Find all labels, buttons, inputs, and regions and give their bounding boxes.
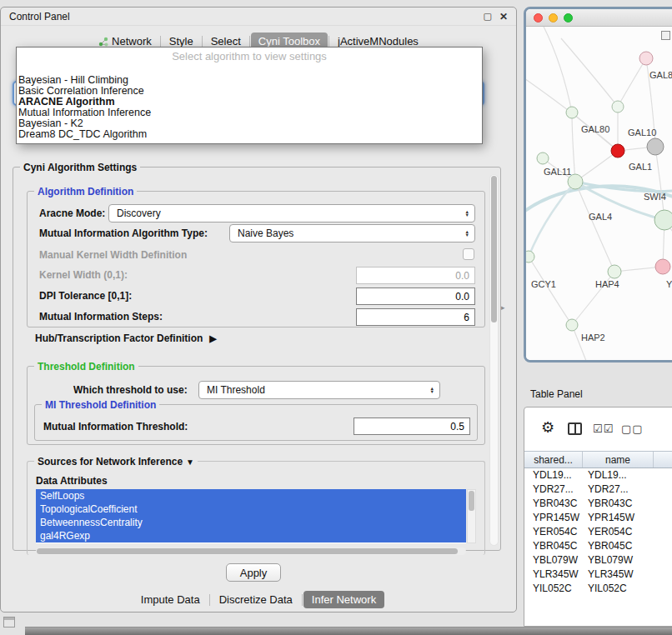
network-edge[interactable] [575,182,614,272]
mi-steps-input[interactable] [356,308,475,326]
network-node[interactable] [566,107,578,118]
network-edge[interactable] [561,38,618,107]
mi-threshold-input[interactable] [354,418,470,435]
mac-minimize-button[interactable] [549,13,558,22]
tab-discretize-data[interactable]: Discretize Data [211,591,301,608]
aracne-mode-value: Discovery [109,208,465,219]
cell: YBL079W [524,553,583,568]
tab-divider [302,594,303,606]
algorithm-dropdown-popup: Select algorithm to view settings Bayesi… [16,47,483,144]
close-window-icon[interactable]: ✕ [499,11,508,22]
column-header-name[interactable]: name [583,452,654,468]
tab-divider [202,36,203,48]
network-edge[interactable] [541,27,572,112]
data-attributes-label: Data Attributes [36,475,108,487]
hub-definition-expander[interactable]: Hub/Transcription Factor Definition ▶ [35,332,217,344]
tab-cyni-toolbox-label: Cyni Toolbox [258,35,320,48]
deselect-all-rows-icon[interactable]: ▢▢ [621,422,644,435]
dpi-tolerance-input[interactable] [356,288,475,305]
network-canvas-area[interactable]: GAL8GAL80GAL10GAL11GAL1SWI4GAL4GCY1HAP4H… [526,27,672,360]
attributes-hscrollbar-thumb[interactable] [37,548,458,554]
algorithm-option[interactable]: Mutual Information Inference [17,108,482,118]
tab-network-label: Network [112,35,152,48]
network-node[interactable] [526,251,534,262]
table-row[interactable]: YBR045CYBR045C9. [524,539,672,553]
network-node-label: GAL11 [544,167,571,177]
mac-zoom-button[interactable] [564,13,573,22]
network-node[interactable] [639,52,653,65]
network-tab-icon [98,37,108,47]
cyni-algorithm-settings-group: Cyni Algorithm Settings Algorithm Defini… [13,167,501,551]
table-row[interactable]: YER054CYER054C8. [524,525,672,539]
cell: YDR27... [524,482,583,497]
apply-button[interactable]: Apply [226,563,281,582]
pane-divider-handle[interactable]: ▸ [501,303,505,312]
network-edge[interactable] [572,112,575,182]
select-all-rows-icon[interactable]: ☑☑ [593,422,614,435]
network-node[interactable] [647,138,664,155]
network-node[interactable] [566,319,578,331]
network-node[interactable] [654,210,672,230]
settings-scrollbar-thumb[interactable] [491,176,497,322]
cell: YLR345W [583,568,654,582]
mi-type-select[interactable]: Naive Bayes ▲▼ [229,224,475,242]
kernel-width-input[interactable] [356,267,475,284]
cell [654,582,672,596]
network-edge[interactable] [655,147,664,220]
table-row[interactable]: YBL079WYBL079W [524,553,672,568]
docked-window-icon[interactable] [3,617,15,628]
float-window-icon[interactable]: ▢ [484,11,492,22]
cell: YIL052C [524,582,583,596]
sources-expander[interactable]: Sources for Network Inference▼ [34,456,198,468]
cell: YBR045C [524,539,583,553]
network-edge[interactable] [529,257,572,325]
table-row[interactable]: YBR043CYBR043C [524,497,672,511]
cell: YER054C [583,525,654,539]
cell: YBR043C [524,497,583,511]
mi-type-label: Mutual Information Algorithm Type: [39,228,208,239]
column-header-shared-name[interactable]: shared... [524,452,583,468]
which-threshold-select[interactable]: MI Threshold ▲▼ [198,381,440,399]
network-edge[interactable] [618,58,646,107]
cell: 12 [654,482,672,497]
network-node[interactable] [608,265,621,278]
manual-kernel-checkbox[interactable] [463,248,474,260]
algorithm-definition-group: Algorithm Definition Aracne Mode: Discov… [27,191,485,328]
list-item-selected[interactable]: BetweennessCentrality [36,516,466,529]
network-node[interactable] [612,101,624,112]
table-row[interactable]: YIL052CYIL052C [524,582,672,596]
list-item-selected[interactable]: TopologicalCoefficient [36,502,466,516]
column-selector-icon[interactable] [568,422,582,435]
attributes-scrollbar-thumb[interactable] [469,491,474,511]
birdseye-toggle[interactable] [661,31,670,40]
dpi-tolerance-label: DPI Tolerance [0,1]: [39,290,132,302]
table-body: YDL19...YDL19...13 YDR27...YDR27...12 YB… [524,468,672,626]
network-canvas[interactable]: GAL8GAL80GAL10GAL11GAL1SWI4GAL4GCY1HAP4H… [526,27,672,360]
column-header-extra[interactable] [654,452,672,468]
tab-style-label: Style [169,35,193,48]
data-attributes-list[interactable]: SelfLoops TopologicalCoefficient Between… [36,489,466,543]
table-settings-gear-icon[interactable]: ⚙ [541,420,554,435]
network-node[interactable] [537,152,549,164]
which-threshold-label: Which threshold to use: [73,384,188,396]
network-node[interactable] [655,259,670,274]
algorithm-placeholder: Select algorithm to view settings [17,48,482,62]
list-item-selected[interactable]: SelfLoops [36,489,466,502]
algorithm-option[interactable]: Dream8 DC_TDC Algorithm [17,129,482,140]
table-row[interactable]: YPR145WYPR145W9. [524,511,672,525]
settings-scrollbar[interactable] [489,174,499,546]
network-node[interactable] [611,144,624,158]
attributes-vertical-scrollbar[interactable] [467,489,476,543]
cell: YPR145W [583,511,654,525]
aracne-mode-select[interactable]: Discovery ▲▼ [108,204,475,222]
tab-infer-network[interactable]: Infer Network [303,591,384,608]
list-item-selected[interactable]: gal4RGexp [36,529,466,542]
cell: 8. [654,525,672,539]
table-row[interactable]: YDR27...YDR27...12 [524,482,672,497]
table-row[interactable]: YDL19...YDL19...13 [524,468,672,482]
combo-arrows-icon: ▲▼ [430,387,434,394]
table-row[interactable]: YLR345WYLR345W9. [524,568,672,582]
attributes-horizontal-scrollbar[interactable] [36,548,466,555]
mac-close-button[interactable] [534,13,543,22]
tab-impute-data[interactable]: Impute Data [133,591,208,608]
